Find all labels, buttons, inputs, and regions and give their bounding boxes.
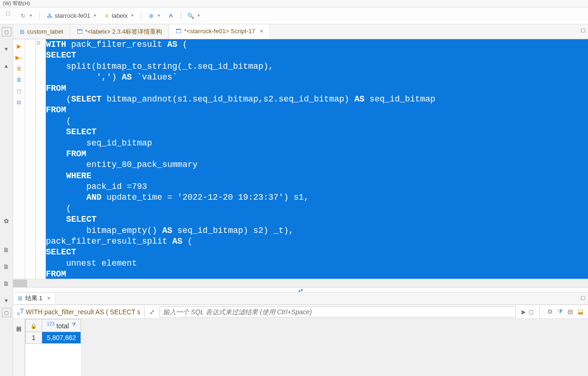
file-locked-icon[interactable]: 🗎 [2, 262, 11, 271]
grid-mode-icon[interactable]: ⊞ [17, 326, 21, 333]
row-number: 1 [26, 332, 42, 343]
run-script-icon[interactable]: 🗎 [15, 65, 23, 73]
history-dropdown[interactable]: ↻ [20, 13, 33, 19]
column-filter-icon[interactable]: ⧩ [72, 321, 76, 327]
apply-icon[interactable]: ▶ [522, 309, 526, 315]
tab-label: *<starrock-fe01> Script-17 [184, 28, 255, 35]
minimize-left-icon[interactable]: ▢ [4, 9, 12, 17]
results-right-icons: ⚙ ⧩ ▤ ⬓ [543, 308, 588, 316]
run-icon[interactable]: ▶ [15, 42, 23, 51]
print-icon: ₳ [168, 13, 174, 19]
results-toolbar: oT WITH pack_filter_result AS ( SELECT s… [13, 305, 588, 319]
table-icon: ⊞ [20, 29, 24, 35]
menu-strip: (W) 帮助(H) [0, 0, 588, 7]
settings-icon[interactable]: ✿ [2, 216, 11, 225]
fold-minus-icon[interactable]: ⊟ [37, 40, 40, 45]
editor-action-bar: ▶ ▶₊ 🗎 🗎 ◻ ⧉ [13, 39, 25, 279]
run-plus-icon[interactable]: ▶₊ [15, 53, 23, 62]
server-dropdown[interactable]: 🖧 starrock-fe01 [46, 12, 97, 19]
far-left-toolbar: ▢ ▾ ▴ ✿ 🗎 🗎 🗎 ▾ [0, 24, 13, 305]
tab-labelx-script[interactable]: 🗔 *<labelx> 2.3.4标签详情重构 [70, 24, 169, 39]
column-name: total [57, 322, 69, 330]
explain-icon[interactable]: 🗎 [15, 76, 23, 84]
database-dropdown[interactable]: ≡ labelx [103, 12, 134, 19]
panel-icon[interactable]: ▤ [567, 308, 573, 316]
sql-result-icon: oT [17, 307, 24, 316]
horizontal-scrollbar[interactable] [13, 279, 588, 287]
tab-script-17[interactable]: 🗔 *<starrock-fe01> Script-17 × [169, 24, 270, 39]
expand-icon[interactable]: ⤢ [147, 308, 157, 316]
lock-icon: 🔒 [30, 323, 37, 329]
tab-label: custom_label [27, 28, 63, 35]
table-row[interactable]: 1 5,807,662 [26, 332, 81, 343]
tab-label: 结果 1 [25, 294, 43, 303]
grid-mode-text[interactable]: 网区 [15, 321, 23, 325]
results-far-left: ▢ [0, 305, 13, 376]
filter-nav: ▶ ▢ [519, 309, 537, 315]
file-script-icon[interactable]: 🗎 [2, 279, 11, 288]
split-handle[interactable]: ▴▾ [13, 287, 588, 293]
funnel-icon[interactable]: ⧩ [558, 308, 563, 316]
sql-snippet-text: WITH pack_filter_result AS ( SELECT s [26, 308, 140, 316]
column-type: 123 [47, 321, 55, 326]
history-icon: ↻ [20, 13, 26, 19]
close-icon[interactable]: × [260, 28, 263, 35]
gutter-fold: ⊟ [36, 39, 46, 279]
results-grid-wrap: 网区 ⊞ 🔒 123 total ⧩ 1 5,807,662 [13, 319, 588, 376]
grid-icon: ⊞ [18, 295, 22, 302]
maximize-icon[interactable]: ▢ [581, 27, 585, 33]
file-new-icon[interactable]: 🗎 [2, 245, 11, 254]
close-icon[interactable]: × [47, 295, 51, 302]
restore-icon[interactable]: ▢ [2, 308, 11, 317]
cell-total[interactable]: 5,807,662 [42, 332, 81, 343]
print-button[interactable]: ₳ [168, 13, 174, 19]
stop-icon[interactable]: ◻ [15, 87, 23, 95]
restore-icon[interactable]: ▢ [2, 27, 11, 36]
filter-input[interactable] [160, 306, 516, 318]
chevron-down-icon[interactable]: ▾ [2, 44, 11, 53]
gear-icon[interactable]: ⚙ [547, 308, 553, 316]
sql-icon: 🗔 [77, 29, 82, 35]
driver-icon: ⊕ [148, 13, 154, 19]
clear-icon[interactable]: ▢ [529, 309, 534, 315]
console-icon[interactable]: ⧉ [15, 98, 23, 107]
chevron-down-icon-2[interactable]: ▾ [2, 296, 11, 305]
search-dropdown[interactable]: 🔍 [188, 13, 201, 19]
gutter-linenum [25, 39, 36, 279]
database-name: labelx [112, 12, 128, 19]
search-icon: 🔍 [188, 13, 194, 19]
database-icon: ≡ [103, 13, 110, 19]
connection-toolbar: ▢ ↻ 🖧 starrock-fe01 ≡ labelx ⊕ ₳ 🔍 [0, 7, 588, 24]
sql-icon: 🗔 [176, 28, 181, 35]
tab-results-1[interactable]: ⊞ 结果 1 × [13, 293, 56, 304]
server-icon: 🖧 [46, 13, 53, 19]
results-table[interactable]: 🔒 123 total ⧩ 1 5,807,662 [25, 319, 81, 376]
tab-custom-label[interactable]: ⊞ custom_label [13, 24, 70, 39]
driver-dropdown[interactable]: ⊕ [148, 13, 161, 19]
chevron-up-icon[interactable]: ▴ [2, 61, 11, 70]
pin-icon[interactable]: ⬓ [578, 308, 583, 316]
corner-lock: 🔒 [26, 319, 42, 332]
server-name: starrock-fe01 [55, 12, 90, 19]
results-tabs: ⊞ 结果 1 × ▢ [13, 293, 588, 305]
tab-label: *<labelx> 2.3.4标签详情重构 [85, 28, 162, 36]
sql-editor[interactable]: WITH pack_filter_result AS ( SELECT spli… [46, 39, 588, 279]
maximize-icon[interactable]: ▢ [581, 295, 585, 301]
editor-tabs: ⊞ custom_label 🗔 *<labelx> 2.3.4标签详情重构 🗔… [13, 24, 588, 39]
grid-mode-tabs: 网区 ⊞ [13, 319, 25, 376]
sql-snippet-label[interactable]: oT WITH pack_filter_result AS ( SELECT s [13, 305, 145, 318]
column-total[interactable]: 123 total ⧩ [42, 319, 81, 332]
